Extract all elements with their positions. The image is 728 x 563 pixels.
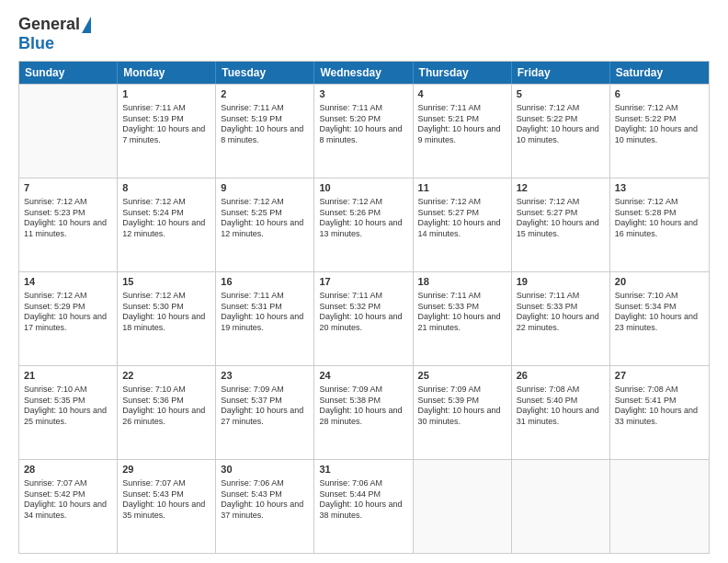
day-number: 16 (221, 275, 309, 289)
calendar-cell: 23Sunrise: 7:09 AMSunset: 5:37 PMDayligh… (216, 366, 314, 459)
day-number: 21 (24, 369, 112, 383)
day-info: Sunrise: 7:10 AMSunset: 5:36 PMDaylight:… (122, 385, 210, 428)
header-day-sunday: Sunday (19, 62, 118, 84)
day-number: 13 (615, 181, 704, 195)
day-number: 18 (418, 275, 506, 289)
day-number: 12 (517, 181, 605, 195)
day-number: 10 (319, 181, 407, 195)
page: General Blue SundayMondayTuesdayWednesda… (0, 0, 728, 563)
day-info: Sunrise: 7:11 AMSunset: 5:33 PMDaylight:… (517, 291, 605, 334)
day-number: 20 (615, 275, 704, 289)
header: General Blue (18, 15, 710, 53)
day-info: Sunrise: 7:07 AMSunset: 5:42 PMDaylight:… (24, 478, 112, 522)
day-number: 8 (122, 181, 210, 195)
calendar-cell: 2Sunrise: 7:11 AMSunset: 5:19 PMDaylight… (216, 85, 314, 178)
header-day-saturday: Saturday (610, 62, 709, 84)
calendar-cell: 26Sunrise: 7:08 AMSunset: 5:40 PMDayligh… (512, 366, 610, 459)
calendar-cell: 24Sunrise: 7:09 AMSunset: 5:38 PMDayligh… (314, 366, 413, 459)
calendar-cell: 16Sunrise: 7:11 AMSunset: 5:31 PMDayligh… (216, 272, 314, 365)
day-info: Sunrise: 7:09 AMSunset: 5:39 PMDaylight:… (418, 385, 506, 428)
day-number: 27 (615, 369, 704, 383)
calendar-cell: 22Sunrise: 7:10 AMSunset: 5:36 PMDayligh… (118, 366, 216, 459)
calendar-week-2: 7Sunrise: 7:12 AMSunset: 5:23 PMDaylight… (19, 178, 709, 271)
day-number: 7 (24, 181, 112, 195)
day-number: 19 (517, 275, 605, 289)
calendar-cell (414, 460, 512, 553)
day-info: Sunrise: 7:06 AMSunset: 5:43 PMDaylight:… (221, 478, 309, 522)
day-number: 25 (418, 369, 506, 383)
calendar-cell: 15Sunrise: 7:12 AMSunset: 5:30 PMDayligh… (118, 272, 216, 365)
calendar-cell: 8Sunrise: 7:12 AMSunset: 5:24 PMDaylight… (118, 178, 216, 271)
logo-general: General (18, 15, 80, 34)
calendar-cell: 25Sunrise: 7:09 AMSunset: 5:39 PMDayligh… (414, 366, 512, 459)
calendar-cell: 30Sunrise: 7:06 AMSunset: 5:43 PMDayligh… (216, 460, 314, 553)
header-day-wednesday: Wednesday (314, 62, 413, 84)
day-info: Sunrise: 7:11 AMSunset: 5:21 PMDaylight:… (418, 103, 506, 146)
header-day-friday: Friday (512, 62, 610, 84)
calendar-cell: 28Sunrise: 7:07 AMSunset: 5:42 PMDayligh… (19, 460, 118, 553)
day-info: Sunrise: 7:08 AMSunset: 5:40 PMDaylight:… (517, 385, 605, 428)
day-number: 31 (319, 463, 407, 477)
calendar-cell: 19Sunrise: 7:11 AMSunset: 5:33 PMDayligh… (512, 272, 610, 365)
day-info: Sunrise: 7:06 AMSunset: 5:44 PMDaylight:… (319, 478, 407, 522)
day-info: Sunrise: 7:11 AMSunset: 5:20 PMDaylight:… (319, 103, 407, 146)
calendar-cell: 31Sunrise: 7:06 AMSunset: 5:44 PMDayligh… (314, 460, 413, 553)
day-info: Sunrise: 7:09 AMSunset: 5:38 PMDaylight:… (319, 385, 407, 428)
calendar-cell: 4Sunrise: 7:11 AMSunset: 5:21 PMDaylight… (414, 85, 512, 178)
calendar-cell: 1Sunrise: 7:11 AMSunset: 5:19 PMDaylight… (118, 85, 216, 178)
day-info: Sunrise: 7:11 AMSunset: 5:33 PMDaylight:… (418, 291, 506, 334)
calendar-cell: 20Sunrise: 7:10 AMSunset: 5:34 PMDayligh… (610, 272, 709, 365)
day-info: Sunrise: 7:11 AMSunset: 5:32 PMDaylight:… (319, 291, 407, 334)
day-number: 23 (221, 369, 309, 383)
day-info: Sunrise: 7:12 AMSunset: 5:27 PMDaylight:… (418, 197, 506, 240)
day-number: 6 (615, 87, 704, 101)
calendar-cell (512, 460, 610, 553)
day-number: 5 (517, 87, 605, 101)
day-number: 1 (122, 87, 210, 101)
day-number: 15 (122, 275, 210, 289)
calendar-body: 1Sunrise: 7:11 AMSunset: 5:19 PMDaylight… (19, 84, 709, 553)
calendar-cell: 12Sunrise: 7:12 AMSunset: 5:27 PMDayligh… (512, 178, 610, 271)
day-number: 4 (418, 87, 506, 101)
calendar-week-3: 14Sunrise: 7:12 AMSunset: 5:29 PMDayligh… (19, 271, 709, 365)
day-info: Sunrise: 7:12 AMSunset: 5:27 PMDaylight:… (517, 197, 605, 240)
day-number: 29 (122, 463, 210, 477)
day-number: 11 (418, 181, 506, 195)
day-number: 2 (221, 87, 309, 101)
day-info: Sunrise: 7:12 AMSunset: 5:22 PMDaylight:… (517, 103, 605, 146)
calendar-cell: 6Sunrise: 7:12 AMSunset: 5:22 PMDaylight… (610, 85, 709, 178)
calendar-cell: 7Sunrise: 7:12 AMSunset: 5:23 PMDaylight… (19, 178, 118, 271)
day-number: 30 (221, 463, 309, 477)
header-day-tuesday: Tuesday (216, 62, 314, 84)
calendar-cell (19, 85, 118, 178)
calendar-cell: 29Sunrise: 7:07 AMSunset: 5:43 PMDayligh… (118, 460, 216, 553)
calendar-cell: 10Sunrise: 7:12 AMSunset: 5:26 PMDayligh… (314, 178, 413, 271)
calendar-cell: 27Sunrise: 7:08 AMSunset: 5:41 PMDayligh… (610, 366, 709, 459)
header-day-monday: Monday (118, 62, 216, 84)
calendar-cell: 17Sunrise: 7:11 AMSunset: 5:32 PMDayligh… (314, 272, 413, 365)
day-number: 28 (24, 463, 112, 477)
calendar-cell (610, 460, 709, 553)
day-info: Sunrise: 7:12 AMSunset: 5:23 PMDaylight:… (24, 197, 112, 240)
logo: General Blue (18, 15, 91, 53)
calendar-cell: 5Sunrise: 7:12 AMSunset: 5:22 PMDaylight… (512, 85, 610, 178)
day-info: Sunrise: 7:12 AMSunset: 5:28 PMDaylight:… (615, 197, 704, 240)
calendar-week-5: 28Sunrise: 7:07 AMSunset: 5:42 PMDayligh… (19, 459, 709, 553)
day-info: Sunrise: 7:12 AMSunset: 5:25 PMDaylight:… (221, 197, 309, 240)
day-number: 22 (122, 369, 210, 383)
calendar-cell: 13Sunrise: 7:12 AMSunset: 5:28 PMDayligh… (610, 178, 709, 271)
day-info: Sunrise: 7:12 AMSunset: 5:26 PMDaylight:… (319, 197, 407, 240)
day-number: 17 (319, 275, 407, 289)
calendar-header: SundayMondayTuesdayWednesdayThursdayFrid… (19, 62, 709, 84)
day-info: Sunrise: 7:12 AMSunset: 5:22 PMDaylight:… (615, 103, 704, 146)
day-info: Sunrise: 7:12 AMSunset: 5:24 PMDaylight:… (122, 197, 210, 240)
calendar-cell: 11Sunrise: 7:12 AMSunset: 5:27 PMDayligh… (414, 178, 512, 271)
calendar-cell: 3Sunrise: 7:11 AMSunset: 5:20 PMDaylight… (314, 85, 413, 178)
calendar: SundayMondayTuesdayWednesdayThursdayFrid… (18, 61, 710, 554)
day-info: Sunrise: 7:11 AMSunset: 5:31 PMDaylight:… (221, 291, 309, 334)
calendar-cell: 18Sunrise: 7:11 AMSunset: 5:33 PMDayligh… (414, 272, 512, 365)
calendar-week-4: 21Sunrise: 7:10 AMSunset: 5:35 PMDayligh… (19, 365, 709, 459)
day-number: 3 (319, 87, 407, 101)
day-info: Sunrise: 7:09 AMSunset: 5:37 PMDaylight:… (221, 385, 309, 428)
day-info: Sunrise: 7:08 AMSunset: 5:41 PMDaylight:… (615, 385, 704, 428)
